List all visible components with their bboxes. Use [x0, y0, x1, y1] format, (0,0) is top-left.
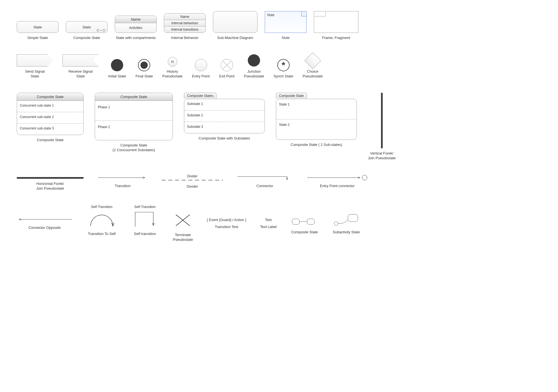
toself-caption: Transition To Self	[88, 232, 116, 236]
note-caption: Note	[282, 36, 289, 40]
receive-signal-shape: Receive Signal State	[62, 54, 99, 79]
send-signal-shape: Send Signal State	[17, 54, 53, 79]
vfork-caption: Vertical Forek/ Join Pseudostate	[368, 151, 396, 161]
subactivity-caption: Subactivity State	[333, 230, 360, 235]
junction-shape: Junction Pseudostate	[244, 54, 264, 79]
c4-caption: Composite State ( 2 Sub-states)	[291, 143, 342, 147]
c3-tab: Composite States	[184, 93, 217, 99]
note-fold-icon	[301, 11, 306, 16]
c3-r2: Substate 2	[184, 110, 265, 122]
exit-point-shape: Exit Point	[219, 59, 234, 79]
vfork-shape: Vertical Forek/ Join Pseudostate	[368, 93, 396, 161]
send-signal-caption: Send Signal State	[25, 69, 45, 79]
junction-caption: Junction Pseudostate	[244, 69, 264, 79]
synch-glyph: *	[282, 61, 285, 70]
transition-to-self-shape: Self-Transition Transition To Self	[86, 205, 117, 236]
simple-state-label: State	[33, 25, 42, 29]
ttext-label: [ Event [Guard] / Action ]	[207, 218, 246, 222]
initial-state-caption: Initial State	[108, 74, 126, 79]
c2-title: Composite State	[95, 93, 173, 101]
transition-text-shape: [ Event [Guard] / Action ] Transition Te…	[207, 205, 246, 229]
tlabel-label: Text	[265, 218, 272, 222]
frame-shape: Frame, Fragment	[314, 11, 358, 40]
text-label-shape: Text Text Label	[260, 205, 276, 229]
c2-r1: Phase 1	[95, 101, 173, 120]
internal-behavior-caption: Internal Behavior	[171, 36, 198, 40]
exit-point-caption: Exit Point	[219, 74, 234, 79]
connector-caption: Connector	[256, 184, 273, 188]
receive-signal-caption: Receive Signal State	[69, 69, 93, 79]
svg-point-3	[362, 175, 367, 180]
c3-r1: Substate 1	[184, 99, 265, 110]
toself-label: Self-Transition	[91, 205, 113, 209]
transition-caption: Transition	[115, 184, 131, 188]
entry-point-caption: Entry Point	[192, 74, 210, 79]
ttext-caption: Transition Text	[215, 225, 238, 229]
frame-caption: Frame, Fragment	[322, 36, 350, 40]
c3-r3: Substate 3	[184, 122, 265, 133]
synch-shape: * Synch State	[274, 59, 293, 79]
hfork-caption: Horizontal Forek/ Join Pseudostate	[36, 182, 64, 191]
note-text: Note	[267, 13, 274, 17]
divider-caption: Divider	[187, 184, 198, 189]
entry-point-shape: Entry Point	[192, 59, 210, 79]
composite-3rows-shape: Composite State Concurrent sub-state 1 C…	[17, 93, 84, 143]
simple-state-caption: Simple State	[27, 36, 48, 40]
connector-opposite-shape: Connector Opposite	[17, 205, 72, 230]
c4-tab: Composite State	[276, 93, 307, 99]
c1-r3: Consurrent sub-state 3	[17, 123, 83, 135]
subactivity-shape: Subactivity State	[332, 205, 360, 235]
state-compartments-caption: State with compartments	[116, 36, 156, 40]
c1-r1: Concurrent sub-state 1	[17, 101, 83, 112]
c1-r2: Concurrent sub-state 2	[17, 112, 83, 123]
history-caption: History Pseudostate	[162, 69, 182, 79]
history-label: H	[171, 60, 174, 64]
entry-connector-shape: Entry Point connector	[307, 174, 368, 188]
choice-caption: Choice Pseudostate	[303, 69, 323, 79]
connector-opposite-caption: Connector Opposite	[28, 226, 61, 230]
terminate-shape: Terminate Pseudostate	[173, 205, 193, 242]
internal-behavior-shape: Name Internal behaviour Internal transit…	[164, 13, 206, 40]
entry-connector-caption: Entry Point connector	[320, 184, 355, 188]
final-state-shape: Final State	[135, 59, 153, 79]
ib-name: Name	[164, 14, 205, 20]
c2-r2: Phase 2	[95, 120, 173, 140]
note-shape: Note Note	[265, 11, 307, 40]
selft-caption: Self transition	[134, 232, 156, 236]
self-transition-shape: Self-Transition Self transition	[131, 205, 159, 236]
selft-label: Self-Transition	[134, 205, 156, 209]
divider-shape: Divider Divider	[162, 174, 223, 189]
frame-tab-icon	[314, 11, 326, 16]
compartment-name: Name	[115, 16, 156, 23]
c4-r2: State 2	[276, 119, 356, 139]
synch-caption: Synch State	[274, 74, 293, 79]
submachine-shape: Sub-Machine Diagram	[213, 11, 258, 40]
history-shape: H History Pseudostate	[162, 57, 182, 79]
c2-caption: Composite State (2 Concuurrent Substates…	[113, 143, 155, 153]
c1-caption: Composite State	[37, 138, 64, 143]
terminate-caption: Terminate Pseudostate	[173, 233, 193, 242]
composite-tab2-shape: Composite State State 1 State 2 Composit…	[276, 93, 357, 147]
composite-state-shape: State Composite State	[66, 21, 108, 40]
compartment-body: Activities	[115, 23, 156, 33]
connector-shape: Connector	[237, 174, 293, 188]
svg-rect-7	[292, 219, 299, 224]
final-state-caption: Final State	[135, 74, 153, 79]
c3-caption: Composite State with Substates	[199, 136, 250, 141]
composite-state-icon-shape: Composite State	[290, 205, 318, 235]
c4-r1: State 1	[276, 99, 356, 119]
choice-shape: Choice Pseudostate	[303, 55, 323, 79]
composite-tab-shape: Composite States Substate 1 Substate 2 S…	[184, 93, 265, 141]
divider-label: Divider	[162, 174, 223, 178]
svg-point-11	[334, 222, 338, 226]
simple-state-shape: State Simple State	[17, 21, 59, 40]
transition-shape: Transition	[98, 174, 148, 188]
svg-rect-9	[307, 219, 314, 224]
composite-state-caption: Composite State	[73, 36, 100, 40]
ib-row1: Internal behaviour	[164, 20, 205, 26]
tlabel-caption: Text Label	[260, 225, 276, 229]
composite-2rows-shape: Composite State Phase 1 Phase 2 Composit…	[95, 93, 173, 153]
svg-rect-10	[348, 214, 358, 222]
state-compartments-shape: Name Activities State with compartments	[115, 16, 157, 40]
composite-sub-icon	[97, 29, 105, 31]
